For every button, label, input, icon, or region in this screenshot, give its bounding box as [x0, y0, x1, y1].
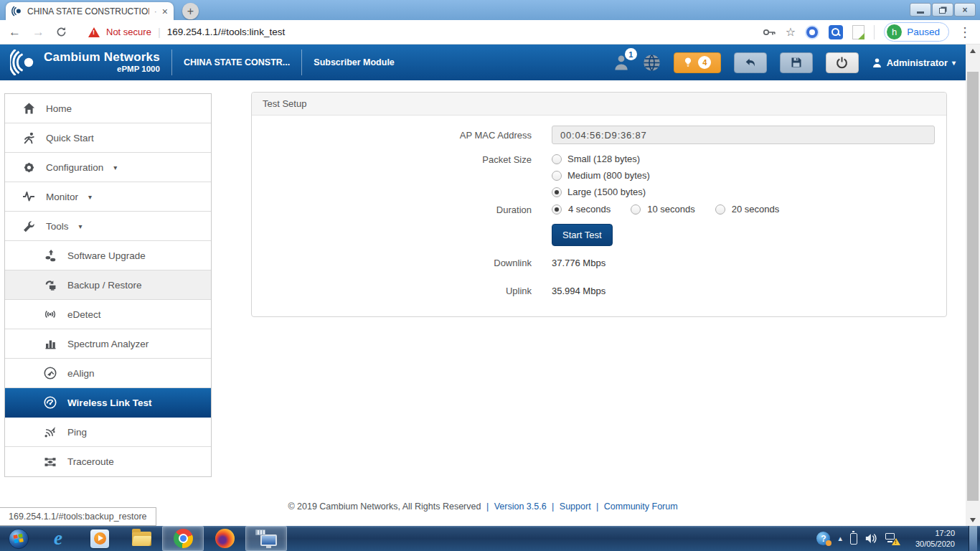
sidebar-item-software-upgrade[interactable]: Software Upgrade	[5, 241, 211, 270]
new-tab-button[interactable]: +	[182, 3, 199, 19]
scroll-up-arrow[interactable]	[966, 44, 980, 57]
extension-notes-icon[interactable]	[852, 25, 864, 39]
radio-packet-small[interactable]	[552, 154, 562, 164]
sidebar-item-backup-restore[interactable]: Backup / Restore	[5, 270, 211, 300]
minimize-button[interactable]	[910, 3, 931, 17]
extension-adblock-icon[interactable]	[805, 25, 819, 39]
profile-button[interactable]: h Paused	[884, 22, 949, 42]
notifications-button[interactable]: 4	[674, 52, 721, 73]
tab-close-icon[interactable]: ×	[162, 6, 168, 17]
volume-icon[interactable]	[865, 533, 877, 544]
version-link[interactable]: Version 3.5.6	[494, 501, 547, 512]
save-button[interactable]	[780, 52, 813, 73]
sidebar-item-monitor[interactable]: Monitor ▾	[5, 182, 211, 212]
radio-label[interactable]: Large (1500 bytes)	[567, 187, 646, 197]
gear-icon	[21, 161, 37, 174]
copyright-text: © 2019 Cambium Networks, All Rights Rese…	[288, 501, 481, 512]
battery-icon[interactable]	[850, 533, 857, 545]
radio-duration-20s[interactable]	[715, 204, 725, 215]
scrollbar-thumb[interactable]	[967, 72, 979, 501]
backup-restore-icon	[42, 279, 58, 291]
brand-name: Cambium Networks	[44, 51, 160, 65]
ap-mac-label: AP MAC Address	[252, 126, 532, 141]
sidebar-item-wireless-link-test[interactable]: Wireless Link Test	[5, 388, 211, 418]
radio-label[interactable]: 20 seconds	[732, 204, 780, 215]
back-icon[interactable]: ←	[9, 25, 21, 39]
radio-label[interactable]: 4 seconds	[568, 204, 611, 215]
url-text[interactable]: 169.254.1.1/#tools:link_test	[167, 27, 285, 37]
sidebar-item-label: Ping	[67, 427, 87, 438]
not-secure-label[interactable]: Not secure	[106, 27, 151, 37]
tray-expand-icon[interactable]: ▴	[838, 534, 842, 543]
community-forum-link[interactable]: Community Forum	[604, 501, 678, 512]
downlink-label: Downlink	[252, 258, 532, 268]
user-menu[interactable]: Administrator ▾	[872, 57, 956, 68]
restore-button[interactable]	[932, 3, 953, 17]
radio-packet-large[interactable]	[552, 187, 562, 197]
password-key-icon[interactable]	[763, 27, 776, 37]
sidebar-item-label: eAlign	[67, 368, 95, 379]
browser-tab[interactable]: CHINA STATE CONSTRUCTION · ×	[6, 2, 174, 20]
sidebar-item-edetect[interactable]: eDetect	[5, 300, 211, 329]
sidebar-item-ping[interactable]: Ping	[5, 418, 211, 447]
start-button[interactable]	[4, 526, 33, 551]
sidebar-item-label: Quick Start	[46, 133, 94, 143]
sidebar-item-tools[interactable]: Tools ▾	[5, 212, 211, 241]
taskbar-clock[interactable]: 17:20 30/05/2020	[908, 528, 955, 550]
refresh-icon[interactable]	[56, 27, 67, 37]
device-mode-label: Subscriber Module	[314, 57, 395, 67]
sidebar-item-quick-start[interactable]: Quick Start	[5, 123, 211, 153]
language-globe-icon[interactable]	[643, 54, 661, 72]
url-separator: |	[158, 26, 161, 38]
radio-duration-4s[interactable]	[552, 204, 562, 215]
traceroute-nodes-icon	[42, 456, 58, 468]
sessions-button[interactable]: 1	[613, 54, 630, 71]
home-icon	[21, 103, 37, 114]
sidebar-item-traceroute[interactable]: Traceroute	[5, 447, 211, 476]
ap-mac-input[interactable]	[552, 126, 935, 144]
not-secure-warning-icon[interactable]	[88, 27, 100, 37]
browser-menu-icon[interactable]: ⋮	[958, 24, 971, 40]
clock-time: 17:20	[908, 528, 955, 539]
tab-title-overflow-dot: ·	[154, 6, 157, 17]
taskbar-firefox-button[interactable]	[204, 526, 245, 551]
radio-duration-10s[interactable]	[631, 204, 641, 215]
bookmark-star-icon[interactable]: ☆	[786, 25, 796, 39]
taskbar-ie-button[interactable]: e	[37, 526, 79, 551]
clock-date: 30/05/2020	[908, 539, 955, 550]
windows-start-icon	[8, 528, 29, 550]
address-bar[interactable]: Not secure | 169.254.1.1/#tools:link_tes…	[78, 26, 763, 38]
sidebar-item-home[interactable]: Home	[5, 94, 211, 123]
tray-help-icon[interactable]: ?	[816, 532, 830, 545]
show-desktop-button[interactable]	[969, 526, 977, 551]
tab-title: CHINA STATE CONSTRUCTION	[27, 6, 149, 17]
link-preview-statusbar: 169.254.1.1/#tools:backup_restore	[0, 507, 156, 526]
radio-label[interactable]: Medium (800 bytes)	[567, 170, 650, 181]
taskbar-chrome-button[interactable]	[162, 526, 204, 551]
uplink-value: 35.994 Mbps	[552, 286, 606, 296]
sidebar-item-label: Configuration	[46, 162, 103, 173]
sidebar-item-configuration[interactable]: Configuration ▾	[5, 153, 211, 182]
radio-label[interactable]: 10 seconds	[647, 204, 695, 215]
internet-explorer-icon: e	[54, 529, 62, 548]
close-button[interactable]: ×	[954, 3, 976, 17]
undo-button[interactable]	[734, 52, 767, 73]
sidebar-item-spectrum-analyzer[interactable]: Spectrum Analyzer	[5, 329, 211, 359]
start-test-button[interactable]: Start Test	[552, 224, 613, 246]
power-button[interactable]	[826, 52, 859, 73]
radio-packet-medium[interactable]	[552, 171, 562, 181]
support-link[interactable]: Support	[560, 501, 591, 512]
lightbulb-icon	[683, 57, 693, 68]
sidebar-item-ealign[interactable]: eAlign	[5, 359, 211, 388]
radio-label[interactable]: Small (128 bytes)	[567, 154, 640, 164]
chevron-down-icon: ▾	[88, 193, 92, 201]
extension-search-icon[interactable]	[829, 25, 843, 39]
scroll-down-arrow[interactable]	[966, 514, 980, 526]
network-warning-icon[interactable]	[885, 532, 900, 545]
taskbar-remote-desktop-button[interactable]	[245, 526, 287, 551]
notifications-badge: 4	[698, 56, 711, 69]
profile-avatar[interactable]: h	[887, 24, 902, 39]
page-scrollbar[interactable]	[966, 44, 980, 526]
taskbar-explorer-button[interactable]	[121, 526, 162, 551]
taskbar-media-player-button[interactable]	[79, 526, 121, 551]
